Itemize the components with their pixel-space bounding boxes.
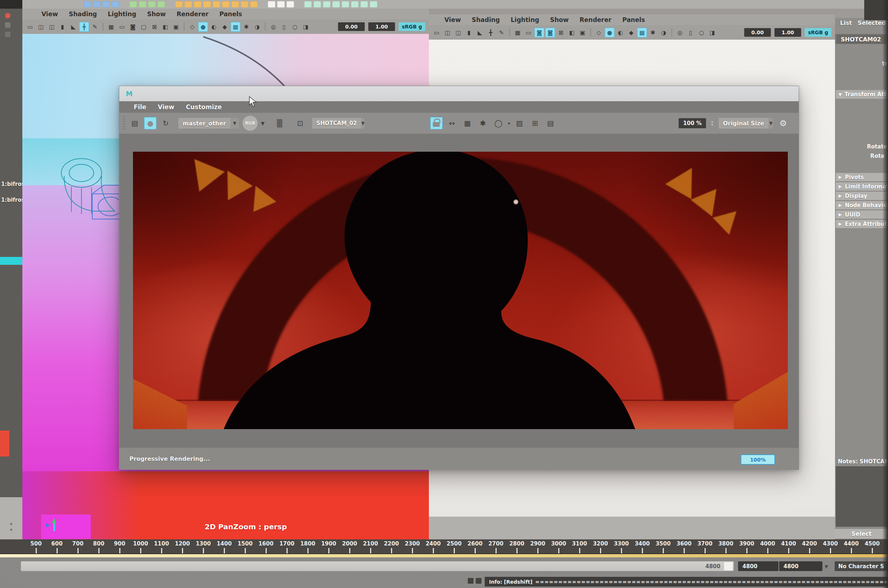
image-plane-icon[interactable]: ◣: [475, 28, 485, 38]
section-node-behavior[interactable]: ▶Node Behavior: [836, 201, 888, 209]
vp-right-menu-renderer[interactable]: Renderer: [574, 16, 617, 23]
redo-render-button[interactable]: ●: [144, 117, 156, 129]
range-slider[interactable]: 4800: [21, 561, 734, 571]
timeline-tick-2100[interactable]: 2100: [360, 539, 381, 554]
timeline-tick-3100[interactable]: 3100: [569, 539, 590, 554]
playback-end-field[interactable]: 4800: [738, 561, 778, 571]
vp-right-menu-panels[interactable]: Panels: [617, 16, 651, 23]
grid-icon[interactable]: ▦: [106, 22, 116, 32]
open-image-icon[interactable]: ▤: [129, 117, 141, 129]
timeline-tick-1100[interactable]: 1100: [151, 539, 172, 554]
rendered-image[interactable]: [133, 152, 788, 429]
timeline-tick-1500[interactable]: 1500: [235, 539, 255, 554]
timeline-tick-3500[interactable]: 3500: [652, 539, 674, 554]
selected-item-highlight[interactable]: [0, 257, 22, 265]
exposure-toggle-icon[interactable]: ◨: [708, 28, 717, 38]
shelf-icon-poly-modeling[interactable]: [231, 1, 239, 8]
section-uuid[interactable]: ▶UUID: [836, 210, 888, 219]
grease-pencil-icon[interactable]: ✎: [496, 28, 506, 38]
tool-icon[interactable]: [5, 13, 10, 18]
resolution-gate-icon[interactable]: ◙: [128, 22, 138, 32]
textured-icon[interactable]: ◐: [209, 22, 219, 32]
timeline-tick-3600[interactable]: 3600: [674, 539, 694, 554]
shelf-icon-poly-modeling[interactable]: [203, 1, 211, 8]
tab-shotcam02[interactable]: SHOTCAM02: [837, 34, 885, 44]
vp-left-menu-view[interactable]: View: [36, 10, 63, 18]
vp-right-menu-show[interactable]: Show: [544, 16, 574, 23]
safe-title-icon[interactable]: ▣: [578, 28, 587, 38]
snapshot-dropdown[interactable]: master_other ▼: [178, 117, 239, 129]
exposure-toggle-icon[interactable]: ◨: [301, 22, 310, 32]
vp-left-menu-show[interactable]: Show: [142, 10, 171, 18]
colorspace-field[interactable]: sRGB g: [399, 22, 425, 31]
timeline-tick-1400[interactable]: 1400: [214, 539, 235, 554]
vp-left-menu-lighting[interactable]: Lighting: [102, 10, 142, 18]
range-slider-handle[interactable]: [724, 562, 733, 570]
timeline-tick-2900[interactable]: 2900: [527, 539, 548, 554]
wireframe-icon[interactable]: ◇: [188, 22, 197, 32]
shelf-icon-deform[interactable]: [314, 1, 321, 8]
shelf-icon-deform[interactable]: [351, 1, 358, 8]
field-chart-icon[interactable]: ⊠: [556, 28, 566, 38]
timeline-tick-2200[interactable]: 2200: [381, 539, 402, 554]
safe-title-icon[interactable]: ▣: [171, 22, 181, 32]
exposure-field[interactable]: 0.00: [338, 22, 365, 31]
shelf-icon-deform[interactable]: [332, 1, 340, 8]
gamma-field[interactable]: 1.00: [774, 28, 801, 37]
shelf-icon-deform[interactable]: [370, 1, 377, 8]
ambient-occlusion-icon[interactable]: ✱: [242, 22, 251, 32]
vp-right-menu-shading[interactable]: Shading: [466, 16, 505, 23]
timeline-tick-4300[interactable]: 4300: [820, 539, 841, 554]
tool-icon[interactable]: [5, 32, 10, 37]
select-button[interactable]: Select: [835, 529, 888, 538]
animation-end-field[interactable]: 4800: [779, 561, 822, 571]
timeline-tick-3300[interactable]: 3300: [611, 539, 632, 554]
field-chart-icon[interactable]: ⊠: [150, 22, 159, 32]
timeline-tick-1600[interactable]: 1600: [255, 539, 276, 554]
timeline-tick-1700[interactable]: 1700: [276, 539, 297, 554]
vp-left-menu-renderer[interactable]: Renderer: [171, 10, 214, 18]
shaded-icon[interactable]: ●: [605, 28, 615, 38]
ambient-occlusion-icon[interactable]: ✱: [648, 28, 658, 38]
bookmark-icon[interactable]: ▮: [58, 22, 68, 32]
shelf-icon-general[interactable]: [93, 1, 100, 8]
render-settings-gear-icon[interactable]: ⚙: [777, 118, 789, 128]
film-gate-icon[interactable]: ▭: [117, 22, 127, 32]
timeline-tick-600[interactable]: 600: [46, 539, 68, 554]
timeline-tick-700[interactable]: 700: [68, 539, 88, 554]
shadows-icon[interactable]: ▩: [637, 28, 647, 38]
shelf-icon-curves[interactable]: [286, 1, 294, 8]
timeline-tick-2400[interactable]: 2400: [423, 539, 444, 554]
refresh-icon[interactable]: ↻: [160, 117, 172, 129]
textured-icon[interactable]: ◐: [615, 28, 625, 38]
gate-mask-icon[interactable]: ◙: [545, 28, 555, 38]
shelf-icon-deform[interactable]: [342, 1, 349, 8]
shelf-icon-deform[interactable]: [323, 1, 330, 8]
timeline-tick-3000[interactable]: 3000: [548, 539, 569, 554]
timeline-tick-4000[interactable]: 4000: [757, 539, 778, 554]
grid-overlay-icon[interactable]: ▦: [461, 117, 474, 129]
render-region-icon[interactable]: ◯: [492, 117, 504, 129]
grid-icon[interactable]: ▦: [513, 28, 523, 38]
copy-image-icon[interactable]: ▤: [544, 117, 557, 129]
camera-icon[interactable]: ▭: [25, 22, 35, 32]
section-extra-attributes[interactable]: ▶Extra Attributes: [836, 220, 888, 228]
timeline-tick-500[interactable]: 500: [26, 539, 46, 554]
timeline-tick-3700[interactable]: 3700: [694, 539, 716, 554]
zoom-spinner[interactable]: ▴▾: [709, 120, 715, 126]
size-dropdown[interactable]: Original Size ▼: [718, 117, 774, 129]
timeline-tick-1800[interactable]: 1800: [297, 539, 318, 554]
rv-menu-file[interactable]: File: [128, 104, 152, 111]
timeline-tick-2700[interactable]: 2700: [486, 539, 506, 554]
shelf-icon-poly-modeling[interactable]: [250, 1, 258, 8]
vp-right-menu-view[interactable]: View: [439, 16, 466, 23]
isolate-select-icon[interactable]: ◎: [268, 22, 278, 32]
camera-dropdown[interactable]: SHOTCAM_02 ▼: [312, 117, 365, 129]
use-all-lights-icon[interactable]: ◆: [220, 22, 230, 32]
vp-left-menu-panels[interactable]: Panels: [214, 10, 248, 18]
script-editor-icon[interactable]: [468, 578, 474, 584]
timeline-tick-4200[interactable]: 4200: [799, 539, 820, 554]
shelf-icon-surfaces[interactable]: [148, 1, 156, 8]
exposure-field[interactable]: 0.00: [744, 28, 771, 37]
shelf-icon-general[interactable]: [84, 1, 91, 8]
